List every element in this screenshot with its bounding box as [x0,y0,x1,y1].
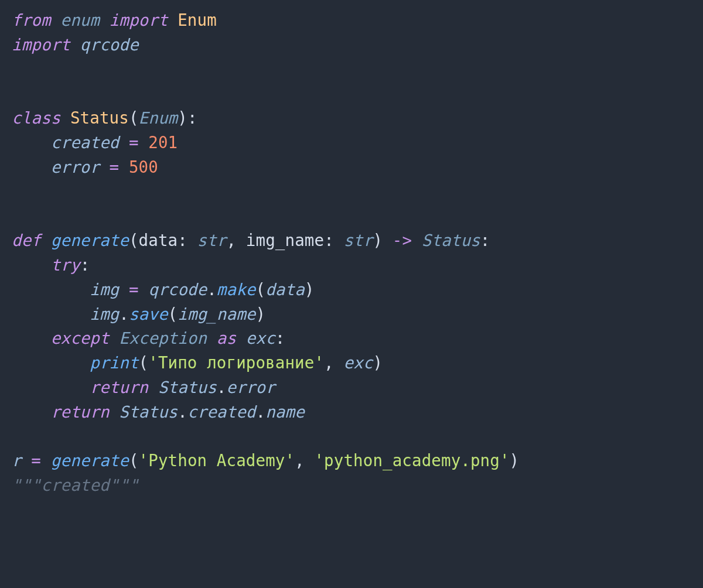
code-token: : [80,255,90,274]
code-token: return [51,402,120,421]
code-token: qrcode [80,35,139,54]
code-token: as [217,329,246,347]
code-token: = [129,133,148,152]
code-content: from enum import Enum import qrcode clas… [12,11,519,494]
code-token: ( [139,353,149,372]
code-token: . [119,305,129,323]
code-token: Exception [119,329,217,347]
code-token: = [129,280,148,299]
code-token: def [12,231,51,249]
code-token: , [324,353,343,372]
code-token: exc [343,353,373,372]
code-token: 201 [148,133,178,152]
code-token: = [110,158,129,176]
code-token: """created""" [12,476,139,494]
code-token: r [12,451,31,470]
code-token: , [295,451,314,470]
code-token: . [207,280,217,299]
code-token: class [12,108,70,127]
code-token: ( [129,231,139,249]
code-token: img_name [178,305,255,323]
code-token: Status [158,378,217,396]
code-token: : [324,231,343,249]
code-token: import [12,35,80,54]
code-token: ( [168,305,178,323]
code-token: img [90,280,129,299]
code-token: 'Типо логирование' [148,353,324,372]
code-token: 500 [129,158,158,176]
code-token: print [90,353,138,372]
code-token [12,305,90,323]
code-token: ) [373,231,392,249]
code-token: str [197,231,227,249]
code-token: Status [422,231,480,249]
code-token: Enum [178,11,217,29]
code-token: enum [60,11,109,29]
code-token: . [217,378,227,396]
code-token [12,158,51,176]
code-token: data [265,280,305,299]
code-token: ( [129,108,139,127]
code-token [12,353,90,372]
code-token: 'python_academy.png' [314,451,509,470]
code-token: generate [51,451,129,470]
code-token: ) [510,451,520,470]
code-token [12,255,51,274]
code-token: ( [256,280,266,299]
code-token: 'Python Academy' [139,451,295,470]
code-token: Status [119,402,178,421]
code-token: except [51,329,120,347]
code-token: try [51,255,80,274]
code-token: ): [178,108,197,127]
code-token: Enum [139,108,178,127]
code-token [12,402,51,421]
code-token: : [275,329,285,347]
code-token: ) [256,305,266,323]
code-token: make [217,280,256,299]
code-token: created [51,133,129,152]
code-token: name [265,402,305,421]
code-token: -> [393,231,422,249]
code-token: . [255,402,265,421]
code-block: from enum import Enum import qrcode clas… [0,0,703,510]
code-token: qrcode [148,280,207,299]
code-token: error [51,158,110,176]
code-token: error [227,378,275,396]
code-token: ) [373,353,383,372]
code-token: , [227,231,246,249]
code-token: img_name [246,231,324,249]
code-token: str [343,231,373,249]
code-token: : [178,231,197,249]
code-token: . [178,402,187,421]
code-token: = [31,451,50,470]
code-token: import [110,11,178,29]
code-token: exc [246,329,275,347]
code-token: ( [129,451,139,470]
code-token: Status [70,108,129,127]
code-token: img [90,305,119,323]
code-token: created [187,402,256,421]
code-token: from [12,11,60,29]
code-token [12,280,90,299]
code-token: ) [305,280,315,299]
code-token [12,133,51,152]
code-token: : [480,231,490,249]
code-token: generate [51,231,129,249]
code-token [12,329,51,347]
code-token: data [139,231,178,249]
code-token: return [90,378,158,396]
code-token: save [129,305,168,323]
code-token [12,378,90,396]
